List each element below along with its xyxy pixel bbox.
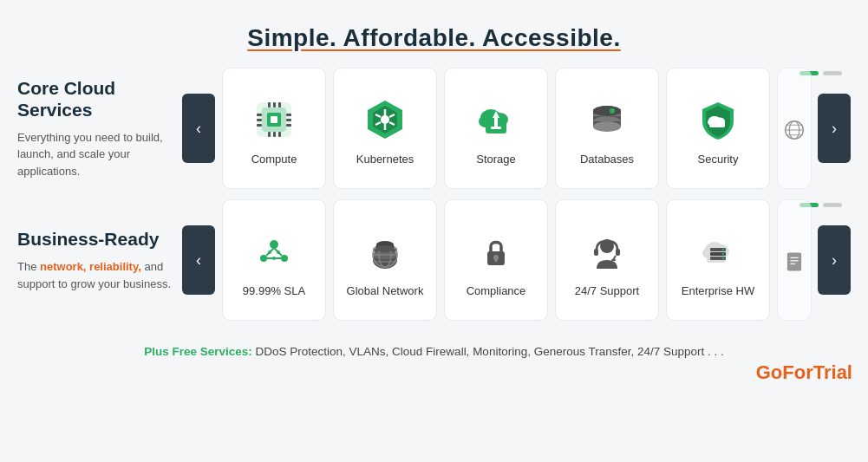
svg-rect-31 bbox=[491, 127, 501, 129]
card-global-network[interactable]: Global Network bbox=[333, 199, 437, 321]
security-icon bbox=[694, 95, 742, 144]
storage-icon bbox=[472, 95, 520, 144]
svg-point-52 bbox=[281, 255, 288, 262]
svg-rect-5 bbox=[257, 119, 262, 121]
card-support[interactable]: 24/7 Support bbox=[555, 199, 659, 321]
card-label-kubernetes: Kubernetes bbox=[356, 153, 414, 166]
footer-label: Plus Free Services: bbox=[144, 345, 252, 358]
card-label-compliance: Compliance bbox=[467, 284, 526, 297]
card-label-support: 24/7 Support bbox=[575, 284, 639, 297]
next-button-core-cloud[interactable]: › bbox=[818, 94, 851, 163]
card-compute[interactable]: Compute bbox=[222, 68, 326, 189]
card-kubernetes[interactable]: Kubernetes bbox=[333, 68, 437, 189]
section-core-cloud: Core Cloud Services Everything you need … bbox=[17, 68, 851, 189]
databases-icon bbox=[583, 95, 631, 144]
page-wrapper: Simple. Affordable. Accessible. Core Clo… bbox=[0, 0, 868, 462]
card-networking-partial[interactable] bbox=[777, 68, 812, 189]
card-label-global-network: Global Network bbox=[347, 284, 424, 297]
cards-track-core-cloud: Compute bbox=[215, 68, 818, 189]
card-label-compute: Compute bbox=[251, 153, 297, 166]
svg-rect-8 bbox=[286, 119, 291, 121]
svg-point-50 bbox=[270, 240, 278, 249]
section-info-business-ready: Business-Ready The network, reliability,… bbox=[17, 219, 182, 301]
dot-inactive-2 bbox=[823, 203, 842, 207]
svg-rect-7 bbox=[286, 114, 291, 116]
svg-rect-13 bbox=[268, 132, 271, 137]
svg-rect-11 bbox=[273, 102, 276, 107]
svg-rect-89 bbox=[787, 253, 801, 271]
svg-rect-6 bbox=[257, 124, 262, 127]
card-storage[interactable]: Storage bbox=[444, 68, 548, 189]
sla-icon bbox=[250, 227, 298, 276]
support-icon bbox=[583, 227, 631, 276]
svg-point-18 bbox=[381, 115, 389, 124]
next-button-business-ready[interactable]: › bbox=[818, 225, 851, 295]
footer-bar: Plus Free Services: DDoS Protection, VLA… bbox=[0, 336, 868, 358]
brand-logo: GoForTrial bbox=[756, 361, 852, 384]
card-security[interactable]: Security bbox=[666, 68, 770, 189]
svg-point-39 bbox=[593, 106, 621, 116]
svg-point-57 bbox=[277, 251, 280, 254]
svg-point-58 bbox=[272, 257, 276, 260]
section-desc-business-ready: The network, reliability, and support to… bbox=[17, 258, 173, 292]
kubernetes-icon bbox=[361, 95, 409, 144]
networking-icon bbox=[781, 106, 807, 154]
cards-area-core-cloud: ‹ bbox=[182, 68, 851, 189]
svg-rect-14 bbox=[273, 132, 276, 137]
svg-point-38 bbox=[593, 121, 621, 132]
section-desc-core-cloud: Everything you need to build, launch, an… bbox=[17, 129, 173, 180]
sections-container: Core Cloud Services Everything you need … bbox=[0, 68, 868, 321]
card-docs-partial[interactable] bbox=[777, 199, 812, 321]
header: Simple. Affordable. Accessible. bbox=[0, 0, 868, 68]
card-label-databases: Databases bbox=[580, 153, 634, 166]
card-label-enterprise-hw: Enterprise HW bbox=[682, 284, 755, 297]
svg-rect-73 bbox=[495, 257, 498, 262]
enterprise-hw-icon bbox=[694, 227, 742, 276]
svg-rect-44 bbox=[709, 121, 725, 127]
svg-rect-15 bbox=[278, 132, 281, 137]
section-heading-core-cloud: Core Cloud Services bbox=[17, 77, 173, 120]
footer-text: DDoS Protection, VLANs, Cloud Firewall, … bbox=[252, 345, 724, 358]
card-databases[interactable]: Databases bbox=[555, 68, 659, 189]
dot-inactive bbox=[823, 71, 842, 75]
compute-icon bbox=[250, 95, 298, 144]
prev-button-business-ready[interactable]: ‹ bbox=[182, 225, 215, 295]
svg-point-87 bbox=[722, 252, 724, 254]
docs-icon bbox=[781, 238, 807, 286]
card-compliance[interactable]: Compliance bbox=[444, 199, 548, 321]
svg-point-70 bbox=[376, 245, 394, 252]
card-sla[interactable]: 99.99% SLA bbox=[222, 199, 326, 321]
card-enterprise-hw[interactable]: Enterprise HW bbox=[666, 199, 770, 321]
cards-area-business-ready: ‹ bbox=[182, 199, 851, 321]
svg-rect-3 bbox=[271, 116, 277, 123]
svg-point-56 bbox=[268, 251, 271, 254]
compliance-icon bbox=[472, 227, 520, 276]
svg-rect-12 bbox=[278, 102, 281, 107]
svg-rect-4 bbox=[257, 114, 262, 116]
svg-rect-30 bbox=[494, 118, 498, 127]
prev-button-core-cloud[interactable]: ‹ bbox=[182, 94, 215, 163]
svg-point-86 bbox=[722, 248, 724, 250]
svg-rect-78 bbox=[611, 259, 616, 261]
cards-track-business-ready: 99.99% SLA bbox=[215, 199, 818, 321]
card-label-security: Security bbox=[698, 153, 739, 166]
svg-rect-76 bbox=[616, 249, 620, 256]
global-network-icon bbox=[361, 227, 409, 276]
page-title: Simple. Affordable. Accessible. bbox=[0, 24, 868, 52]
svg-point-88 bbox=[722, 257, 724, 258]
section-business-ready: Business-Ready The network, reliability,… bbox=[17, 199, 851, 321]
svg-rect-9 bbox=[286, 124, 291, 127]
card-label-sla: 99.99% SLA bbox=[243, 284, 305, 297]
svg-rect-10 bbox=[268, 102, 271, 107]
section-heading-business-ready: Business-Ready bbox=[17, 228, 173, 250]
highlight-text: network, reliability, bbox=[40, 260, 141, 273]
svg-point-40 bbox=[610, 108, 615, 114]
svg-rect-75 bbox=[594, 249, 598, 256]
card-label-storage: Storage bbox=[476, 153, 516, 166]
svg-point-51 bbox=[260, 255, 267, 262]
section-info-core-cloud: Core Cloud Services Everything you need … bbox=[17, 68, 182, 189]
